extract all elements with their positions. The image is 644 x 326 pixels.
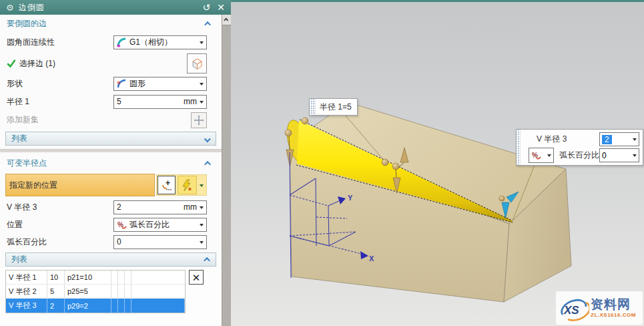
watermark: XS 资料网 ZL.XS1616.COM xyxy=(556,291,643,325)
chevron-up-icon[interactable] xyxy=(204,160,211,167)
svg-text:R: R xyxy=(117,81,121,85)
remove-row-button[interactable]: ✕ xyxy=(189,270,204,285)
arc-percent-icon: % xyxy=(117,220,127,230)
add-new-set-row: 添加新集 xyxy=(0,110,222,130)
editor-percent-input[interactable]: 0 xyxy=(599,148,639,162)
graphics-viewport[interactable]: Y X 半径 1=5 V 半径 3 2 xyxy=(231,0,644,326)
chevron-down-icon xyxy=(200,83,204,88)
table-row[interactable]: V 半径 110p21=10 xyxy=(6,271,185,285)
radius1-label: 半径 1 xyxy=(7,96,29,108)
section-variable-radius[interactable]: 可变半径点 xyxy=(0,154,222,172)
close-icon[interactable]: ✕ xyxy=(217,3,225,12)
cube-icon xyxy=(190,57,204,71)
tooltip-drag-handle[interactable] xyxy=(310,99,316,115)
editor-radius-value[interactable]: 2 xyxy=(602,135,612,144)
dialog-titlebar[interactable]: ⚙ 边倒圆 ↺ ✕ xyxy=(0,0,231,15)
chevron-down-icon xyxy=(633,154,637,159)
radius1-row: 半径 1 5 mm xyxy=(0,93,222,110)
chevron-down-icon xyxy=(200,101,204,106)
chevron-up-icon xyxy=(224,18,228,23)
variable-radius-table: V 半径 110p21=10 V 半径 25p25=5 V 半径 32p29=2 xyxy=(5,270,186,313)
editor-position-row: % 弧长百分比 0 xyxy=(521,148,639,163)
section-title: 要倒圆的边 xyxy=(7,18,47,29)
table-row[interactable]: V 半径 25p25=5 xyxy=(6,285,185,299)
radius-handle-sphere[interactable] xyxy=(285,130,292,136)
editor-radius-input[interactable]: 2 xyxy=(599,132,639,146)
editor-position-dropdown[interactable]: % xyxy=(529,148,554,163)
radius1-value[interactable]: 5 xyxy=(117,97,121,106)
radius-handle-sphere[interactable] xyxy=(382,159,388,166)
scrollbar-up-button[interactable] xyxy=(222,15,231,25)
application-window: ⚙ 边倒圆 ↺ ✕ 要倒圆的边 圆角面连续性 G1（相切） xyxy=(0,0,644,326)
check-icon xyxy=(7,59,16,68)
position-dropdown[interactable]: % 弧长百分比 xyxy=(113,218,207,232)
dialog-scrollbar[interactable] xyxy=(222,15,231,326)
arc-percent-value[interactable]: 0 xyxy=(117,237,121,247)
chevron-up-icon xyxy=(204,257,210,264)
watermark-logo-icon: XS xyxy=(559,293,589,323)
onscreen-editor: V 半径 3 2 % 弧长百分比 xyxy=(516,129,643,166)
chevron-down-icon xyxy=(204,136,211,142)
continuity-dropdown[interactable]: G1（相切） xyxy=(113,35,207,49)
vradius-row: V 半径 3 2 mm xyxy=(0,198,222,216)
chevron-down-icon xyxy=(200,206,204,211)
axis-label-y: Y xyxy=(348,194,353,202)
vradius-label: V 半径 3 xyxy=(7,202,37,213)
point-constructor-icon: + xyxy=(161,179,173,191)
continuity-row: 圆角面连续性 G1（相切） xyxy=(0,32,222,52)
shape-label: 形状 xyxy=(7,78,23,90)
radius1-input[interactable]: 5 mm xyxy=(113,95,207,109)
tooltip-text: 半径 1=5 xyxy=(316,102,356,113)
list-expanded-bar[interactable]: 列表 xyxy=(5,253,216,267)
position-value: 弧长百分比 xyxy=(129,219,170,230)
lightning-icon xyxy=(181,179,194,192)
arc-percent-label: 弧长百分比 xyxy=(7,236,47,248)
point-dialog-button[interactable]: + xyxy=(157,176,176,194)
chevron-down-icon xyxy=(547,154,551,159)
round-shape-icon: R xyxy=(117,79,127,89)
dialog-title: 边倒圆 xyxy=(19,2,45,13)
svg-text:%: % xyxy=(117,221,123,228)
chevron-down-icon xyxy=(200,184,204,189)
radius-handle-sphere[interactable] xyxy=(392,163,399,170)
arc-percent-row: 弧长百分比 0 xyxy=(0,233,222,251)
gear-icon: ⚙ xyxy=(6,3,14,12)
vradius-input[interactable]: 2 mm xyxy=(113,200,207,214)
list-label: 列表 xyxy=(11,133,27,144)
radius-handle-sphere[interactable] xyxy=(499,196,505,201)
specify-position-row: 指定新的位置 + xyxy=(0,172,222,198)
point-options-dropdown[interactable] xyxy=(197,176,206,194)
reset-icon[interactable]: ↺ xyxy=(203,3,211,12)
variable-list-group: 列表 V 半径 110p21=10 V 半径 25p25=5 V 半径 32p2… xyxy=(0,251,222,326)
arc-percent-icon: % xyxy=(531,150,541,160)
position-row: 位置 % 弧长百分比 xyxy=(0,216,222,233)
arc-percent-input[interactable]: 0 xyxy=(113,235,207,249)
chevron-down-icon xyxy=(200,224,204,228)
add-new-set-button[interactable] xyxy=(191,112,207,128)
table-row-selected[interactable]: V 半径 32p29=2 xyxy=(6,299,185,313)
section-edges-to-blend[interactable]: 要倒圆的边 xyxy=(0,15,222,32)
variable-list-content: V 半径 110p21=10 V 半径 25p25=5 V 半径 32p29=2… xyxy=(0,268,222,326)
section-divider xyxy=(0,149,222,152)
editor-radius-row: V 半径 3 2 xyxy=(521,132,639,147)
g1-continuity-icon xyxy=(117,37,127,47)
continuity-value: G1（相切） xyxy=(129,37,172,48)
chevron-up-icon[interactable] xyxy=(204,21,211,27)
shape-value: 圆形 xyxy=(129,78,145,90)
list-collapsed-bar[interactable]: 列表 xyxy=(5,132,216,146)
shape-dropdown[interactable]: R 圆形 xyxy=(113,77,207,91)
vradius-unit: mm xyxy=(184,202,197,212)
auto-judge-button[interactable] xyxy=(178,176,197,194)
editor-percent-value[interactable]: 0 xyxy=(602,151,607,160)
svg-text:%: % xyxy=(532,152,538,159)
axis-label-x: X xyxy=(369,255,374,263)
continuity-label: 圆角面连续性 xyxy=(7,37,55,48)
edge-blend-dialog: 要倒圆的边 圆角面连续性 G1（相切） 选择边 (1) xyxy=(0,0,222,326)
vradius-value[interactable]: 2 xyxy=(117,202,121,212)
radius-handle-sphere[interactable] xyxy=(302,118,308,124)
delete-x-icon: ✕ xyxy=(192,273,201,283)
select-body-button[interactable] xyxy=(187,53,207,73)
watermark-site-url: ZL.XS1616.COM xyxy=(591,312,636,318)
chevron-down-icon xyxy=(200,41,204,46)
specify-position-field[interactable]: 指定新的位置 xyxy=(5,174,155,196)
